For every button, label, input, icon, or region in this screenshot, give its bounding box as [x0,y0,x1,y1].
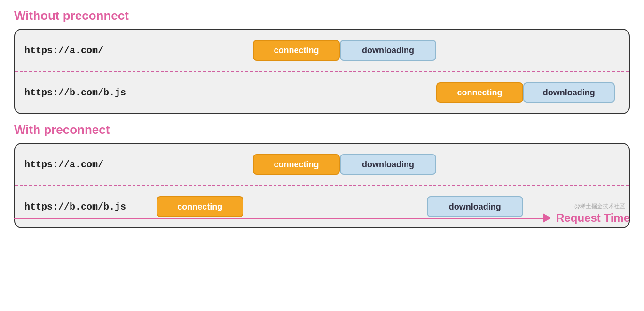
url-label-with-1: https://a.com/ [24,159,137,170]
block-connecting-without-1: connecting [253,40,340,61]
timeline-with-1: connecting downloading [137,152,620,177]
row-with-1: https://a.com/ connecting downloading [15,144,629,185]
section-title-without: Without preconnect [14,8,630,23]
block-connecting-with-1: connecting [253,154,340,175]
url-label-with-2: https://b.com/b.js [24,202,137,212]
block-connecting-without-2: connecting [436,82,523,103]
url-label-without-2: https://b.com/b.js [24,87,137,98]
row-without-2: https://b.com/b.js connecting downloadin… [15,72,629,113]
block-downloading-with-1: downloading [340,154,436,175]
main-container: Without preconnect https://a.com/ connec… [0,0,644,233]
section-without-preconnect: Without preconnect https://a.com/ connec… [14,8,630,114]
row-without-1: https://a.com/ connecting downloading [15,30,629,71]
request-time-arrow: Request Time [14,211,630,225]
block-downloading-without-2: downloading [523,82,615,103]
timeline-without-2: connecting downloading [137,80,620,105]
arrow-head-icon [543,213,551,223]
diagram-box-without: https://a.com/ connecting downloading ht… [14,29,630,114]
sections-wrapper: Without preconnect https://a.com/ connec… [14,8,630,228]
arrow-label: Request Time [556,211,630,225]
block-downloading-without-1: downloading [340,40,436,61]
section-title-with: With preconnect [14,123,630,137]
watermark: @稀土掘金技术社区 [574,202,625,210]
timeline-without-1: connecting downloading [137,38,620,62]
arrow-line [14,218,543,219]
url-label-without-1: https://a.com/ [24,45,137,56]
